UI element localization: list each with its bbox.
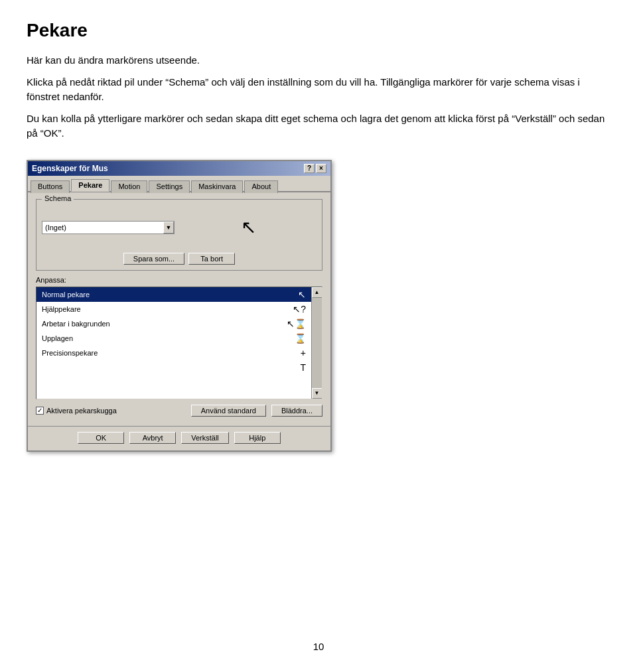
list-item-help-icon: ↖? [293, 304, 306, 314]
checkbox-text: Aktivera pekarskugga [46, 407, 117, 415]
checkbox-label[interactable]: ✓ Aktivera pekarskugga [36, 407, 186, 415]
list-item-normal-icon: ↖ [298, 289, 306, 300]
list-item-precision-icon: + [301, 348, 306, 358]
list-item-normal-label: Normal pekare [42, 291, 90, 299]
cursor-preview-icon: ↖ [241, 216, 256, 238]
titlebar-buttons: ? × [304, 164, 326, 173]
list-item-background[interactable]: Arbetar i bakgrunden ↖⌛ [36, 316, 311, 331]
list-item-text[interactable]: T [36, 360, 311, 375]
apply-button[interactable]: Verkställ [181, 432, 229, 444]
save-as-button[interactable]: Spara som... [123, 253, 184, 265]
page-number: 10 [313, 641, 324, 652]
paragraph-1: Här kan du ändra markörens utseende. [27, 53, 610, 68]
dialog-footer: OK Avbryt Verkställ Hjälp [28, 426, 330, 450]
scrollbar-down-arrow[interactable]: ▼ [312, 388, 322, 399]
list-item-help-label: Hjälppekare [42, 305, 81, 313]
list-item-normal[interactable]: Normal pekare ↖ [36, 287, 311, 302]
paragraph-2: Klicka på nedåt riktad pil under “Schema… [27, 75, 610, 105]
paragraph-3: Du kan kolla på ytterligare markörer och… [27, 111, 610, 141]
help-button[interactable]: Hjälp [234, 432, 281, 444]
tab-about[interactable]: About [244, 180, 278, 193]
list-item-background-icon: ↖⌛ [287, 318, 306, 329]
schema-group: Schema (Inget) ▼ ↖ Spara som... Ta bort [36, 199, 322, 271]
list-item-text-icon: T [300, 362, 306, 373]
anpassa-label: Anpassa: [36, 276, 322, 284]
list-item-background-label: Arbetar i bakgrunden [42, 320, 110, 328]
ok-button[interactable]: OK [78, 432, 124, 444]
list-item-busy[interactable]: Upplagen ⌛ [36, 331, 311, 346]
close-titlebar-button[interactable]: × [316, 164, 326, 173]
page-title: Pekare [27, 20, 610, 41]
use-default-button[interactable]: Använd standard [191, 405, 266, 417]
cursor-list[interactable]: Normal pekare ↖ Hjälppekare ↖? Arbetar i… [36, 287, 322, 399]
scrollbar-track [312, 298, 322, 388]
schema-select[interactable]: (Inget) ▼ [42, 221, 175, 234]
tab-buttons[interactable]: Buttons [31, 180, 70, 193]
list-item-busy-label: Upplagen [42, 334, 73, 342]
list-item-help[interactable]: Hjälppekare ↖? [36, 302, 311, 316]
schema-select-value: (Inget) [42, 224, 163, 232]
dialog-tabs: Buttons Pekare Motion Settings Maskinvar… [28, 176, 330, 192]
browse-button[interactable]: Bläddra... [271, 405, 322, 417]
shadow-checkbox[interactable]: ✓ [36, 407, 44, 415]
bottom-row: ✓ Aktivera pekarskugga Använd standard B… [36, 405, 322, 417]
list-item-precision-label: Precisionspekare [42, 349, 98, 357]
tab-maskinvara[interactable]: Maskinvara [191, 180, 243, 193]
list-scrollbar: ▲ ▼ [311, 287, 322, 399]
dialog-titlebar: Egenskaper för Mus ? × [28, 161, 330, 176]
dialog-body: Schema (Inget) ▼ ↖ Spara som... Ta bort [28, 192, 330, 423]
tab-motion[interactable]: Motion [111, 180, 147, 193]
tab-pekare[interactable]: Pekare [71, 179, 109, 192]
list-item-precision[interactable]: Precisionspekare + [36, 346, 311, 360]
schema-buttons: Spara som... Ta bort [42, 253, 317, 265]
schema-cursor-preview: ↖ [180, 208, 317, 247]
mouse-properties-dialog: Egenskaper för Mus ? × Buttons Pekare Mo… [27, 160, 332, 452]
cancel-button[interactable]: Avbryt [129, 432, 176, 444]
delete-button[interactable]: Ta bort [188, 253, 235, 265]
tab-settings[interactable]: Settings [149, 180, 190, 193]
dialog-title: Egenskaper för Mus [32, 164, 108, 173]
schema-group-title: Schema [42, 194, 74, 202]
list-item-busy-icon: ⌛ [295, 333, 306, 344]
schema-dropdown-arrow[interactable]: ▼ [163, 222, 174, 234]
cursor-list-items: Normal pekare ↖ Hjälppekare ↖? Arbetar i… [36, 287, 311, 399]
scrollbar-up-arrow[interactable]: ▲ [312, 287, 322, 298]
schema-row: (Inget) ▼ ↖ [42, 208, 317, 247]
help-titlebar-button[interactable]: ? [304, 164, 315, 173]
